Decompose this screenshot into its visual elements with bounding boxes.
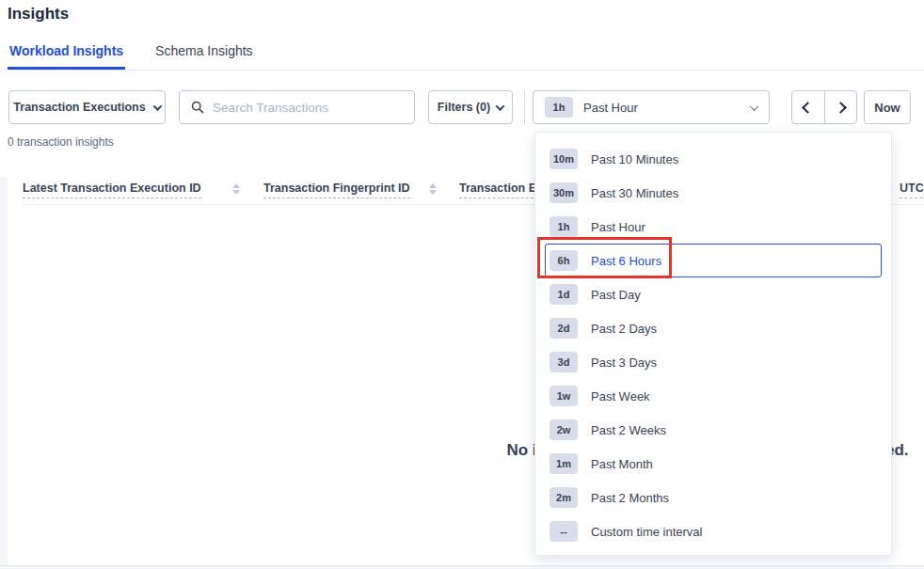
search-input[interactable] bbox=[213, 101, 403, 115]
time-option-label: Past Week bbox=[591, 389, 650, 403]
time-interval-label: Past Hour bbox=[583, 101, 638, 115]
time-option-badge: 3d bbox=[550, 352, 578, 372]
time-option-badge: 2m bbox=[550, 487, 578, 508]
chevron-down-icon bbox=[152, 102, 162, 111]
page-title: Insights bbox=[8, 5, 69, 24]
time-interval-badge: 1h bbox=[545, 97, 573, 118]
time-option-label: Past Hour bbox=[591, 220, 645, 234]
column-header-utc[interactable]: UTC) bbox=[900, 182, 924, 198]
chevron-right-icon bbox=[835, 102, 847, 114]
time-option-label: Past 10 Minutes bbox=[591, 152, 678, 166]
time-option-past-month[interactable]: 1m Past Month bbox=[535, 447, 891, 481]
time-option-badge: 1w bbox=[550, 386, 578, 406]
sort-icon[interactable] bbox=[429, 183, 437, 195]
time-next-button[interactable] bbox=[824, 91, 856, 123]
time-option-custom-time-interval[interactable]: -- Custom time interval bbox=[535, 514, 891, 548]
time-option-label: Past 2 Months bbox=[591, 491, 669, 505]
time-option-badge: 30m bbox=[550, 182, 578, 203]
time-option-past-2-weeks[interactable]: 2w Past 2 Weeks bbox=[535, 413, 891, 447]
column-header-latest-transaction-execution-id[interactable]: Latest Transaction Execution ID bbox=[23, 182, 201, 198]
tab-bar: Workload Insights Schema Insights bbox=[0, 41, 924, 71]
time-option-past-10-minutes[interactable]: 10m Past 10 Minutes bbox=[535, 142, 891, 176]
time-option-badge: 1m bbox=[550, 453, 578, 474]
time-interval-picker[interactable]: 1h Past Hour bbox=[533, 90, 770, 124]
time-option-label: Custom time interval bbox=[591, 525, 702, 539]
time-option-past-day[interactable]: 1d Past Day bbox=[535, 277, 891, 311]
time-prev-button[interactable] bbox=[792, 91, 824, 123]
toolbar-divider bbox=[524, 90, 525, 124]
column-header-transaction-fingerprint-id[interactable]: Transaction Fingerprint ID bbox=[263, 182, 410, 198]
time-option-label: Past 30 Minutes bbox=[591, 186, 678, 200]
time-option-label: Past Day bbox=[591, 288, 641, 302]
time-option-badge: 6h bbox=[550, 250, 578, 271]
chevron-left-icon bbox=[803, 102, 815, 114]
now-label: Now bbox=[874, 101, 900, 115]
transaction-type-select[interactable]: Transaction Executions bbox=[8, 90, 166, 124]
transaction-type-label: Transaction Executions bbox=[13, 101, 145, 114]
time-option-past-hour[interactable]: 1h Past Hour bbox=[535, 210, 891, 244]
chevron-down-icon bbox=[750, 102, 759, 111]
time-option-badge: 2d bbox=[550, 318, 578, 339]
time-nav-group bbox=[791, 90, 857, 124]
time-option-label: Past 2 Weeks bbox=[591, 423, 666, 437]
tab-schema-insights[interactable]: Schema Insights bbox=[153, 41, 255, 70]
time-option-past-3-days[interactable]: 3d Past 3 Days bbox=[535, 345, 891, 379]
insights-count: 0 transaction insights bbox=[8, 135, 114, 149]
search-icon bbox=[191, 101, 204, 114]
time-option-past-2-months[interactable]: 2m Past 2 Months bbox=[535, 481, 891, 514]
now-button[interactable]: Now bbox=[864, 90, 911, 124]
filters-button[interactable]: Filters (0) bbox=[428, 90, 513, 124]
tab-workload-insights[interactable]: Workload Insights bbox=[8, 41, 125, 70]
time-option-badge: 10m bbox=[550, 149, 578, 169]
time-option-past-6-hours[interactable]: 6h Past 6 Hours bbox=[545, 244, 882, 277]
sort-icon[interactable] bbox=[232, 183, 240, 195]
time-option-past-2-days[interactable]: 2d Past 2 Days bbox=[535, 311, 891, 345]
time-option-badge: 1d bbox=[550, 284, 578, 305]
time-interval-dropdown: 10m Past 10 Minutes 30m Past 30 Minutes … bbox=[534, 132, 892, 556]
chevron-down-icon bbox=[496, 102, 505, 111]
time-option-badge: 1h bbox=[550, 216, 578, 237]
time-option-past-week[interactable]: 1w Past Week bbox=[535, 379, 891, 413]
filters-label: Filters (0) bbox=[438, 101, 490, 114]
time-option-badge: 2w bbox=[550, 419, 578, 440]
time-option-past-30-minutes[interactable]: 30m Past 30 Minutes bbox=[535, 176, 891, 210]
column-header-transaction-execution[interactable]: Transaction Ex bbox=[459, 182, 543, 198]
time-option-badge: -- bbox=[550, 521, 578, 542]
time-option-label: Past Month bbox=[591, 457, 653, 471]
time-option-label: Past 3 Days bbox=[591, 356, 657, 370]
time-option-label: Past 2 Days bbox=[591, 322, 657, 336]
table-bottom-border bbox=[0, 565, 924, 566]
time-option-label: Past 6 Hours bbox=[591, 254, 661, 268]
search-box[interactable] bbox=[179, 90, 415, 124]
